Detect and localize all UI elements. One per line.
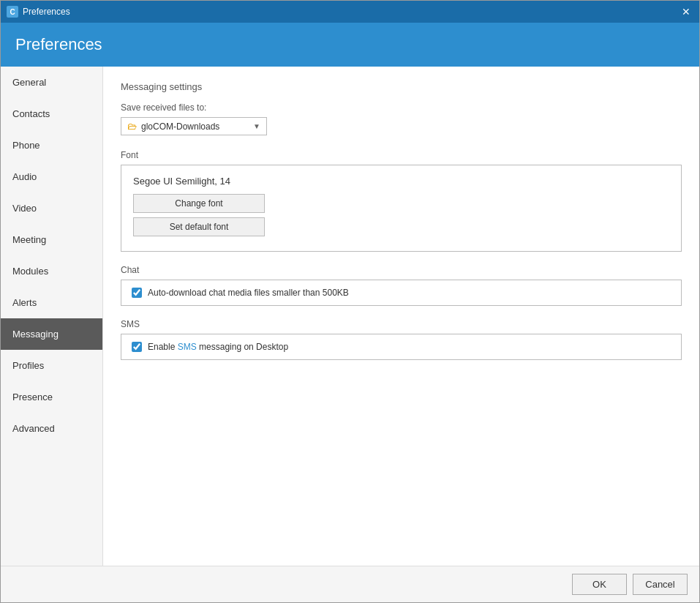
sidebar-item-alerts[interactable]: Alerts <box>1 287 102 318</box>
ok-button[interactable]: OK <box>572 574 627 595</box>
header: Preferences <box>1 23 699 67</box>
sms-section-box: Enable SMS messaging on Desktop <box>121 334 682 360</box>
sidebar-item-general[interactable]: General <box>1 67 102 98</box>
font-box: Segoe UI Semilight, 14 Change font Set d… <box>121 165 682 252</box>
main-inner: Messaging settings Save received files t… <box>103 67 699 388</box>
sidebar-item-advanced[interactable]: Advanced <box>1 413 102 444</box>
titlebar: C Preferences ✕ <box>1 1 699 23</box>
sms-section-label: SMS <box>121 319 682 329</box>
sidebar-item-profiles[interactable]: Profiles <box>1 350 102 381</box>
chat-section-box: Auto-download chat media files smaller t… <box>121 280 682 306</box>
sidebar-item-modules[interactable]: Modules <box>1 255 102 287</box>
save-files-group: Save received files to: 🗁 gloCOM-Downloa… <box>121 102 682 135</box>
chat-section-group: Chat Auto-download chat media files smal… <box>121 265 682 306</box>
messaging-settings-title: Messaging settings <box>121 81 682 92</box>
set-default-font-button[interactable]: Set default font <box>133 217 265 236</box>
main-panel: Messaging settings Save received files t… <box>103 67 699 566</box>
auto-download-checkbox[interactable] <box>132 288 142 298</box>
titlebar-title: Preferences <box>23 7 70 17</box>
font-section-label: Font <box>121 150 682 160</box>
sms-section-group: SMS Enable SMS messaging on Desktop <box>121 319 682 360</box>
sidebar-item-contacts[interactable]: Contacts <box>1 98 102 130</box>
bottom-bar: OK Cancel <box>1 566 699 602</box>
app-icon: C <box>7 6 18 18</box>
sidebar: General Contacts Phone Audio Video Meeti… <box>1 67 103 566</box>
sidebar-item-phone[interactable]: Phone <box>1 130 102 161</box>
titlebar-left: C Preferences <box>7 6 70 18</box>
download-folder-dropdown[interactable]: 🗁 gloCOM-Downloads ▼ gloCOM-Downloads <box>121 117 267 135</box>
font-name: Segoe UI Semilight, 14 <box>133 176 669 187</box>
close-button[interactable]: ✕ <box>679 4 693 19</box>
sms-label-link: SMS <box>178 342 197 352</box>
content-area: General Contacts Phone Audio Video Meeti… <box>1 67 699 566</box>
auto-download-label: Auto-download chat media files smaller t… <box>148 288 349 298</box>
font-section-group: Font Segoe UI Semilight, 14 Change font … <box>121 150 682 252</box>
enable-sms-label: Enable SMS messaging on Desktop <box>148 342 288 352</box>
enable-sms-checkbox[interactable] <box>132 342 142 352</box>
enable-sms-row: Enable SMS messaging on Desktop <box>132 342 671 352</box>
sms-label-prefix: Enable <box>148 342 178 352</box>
header-title: Preferences <box>15 35 102 54</box>
change-font-button[interactable]: Change font <box>133 194 265 213</box>
preferences-window: C Preferences ✕ Preferences General Cont… <box>0 0 700 603</box>
auto-download-row: Auto-download chat media files smaller t… <box>132 288 671 298</box>
sidebar-item-presence[interactable]: Presence <box>1 381 102 413</box>
sidebar-item-audio[interactable]: Audio <box>1 161 102 192</box>
sidebar-item-video[interactable]: Video <box>1 192 102 224</box>
sidebar-item-meeting[interactable]: Meeting <box>1 224 102 255</box>
sidebar-item-messaging[interactable]: Messaging <box>1 318 102 350</box>
save-files-label: Save received files to: <box>121 102 682 113</box>
cancel-button[interactable]: Cancel <box>633 574 688 595</box>
sms-label-suffix: messaging on Desktop <box>197 342 288 352</box>
chat-section-label: Chat <box>121 265 682 275</box>
